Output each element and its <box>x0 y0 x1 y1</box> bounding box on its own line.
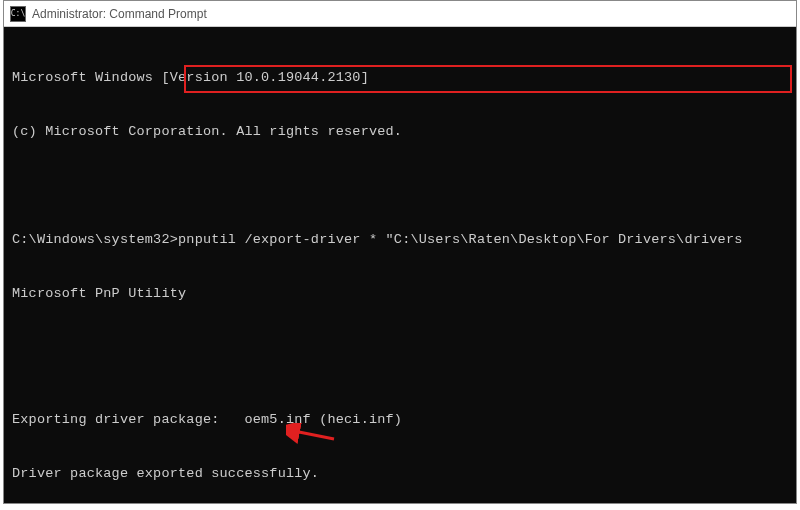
prompt-path: C:\Windows\system32> <box>12 232 178 247</box>
export-status: Driver package exported successfully. <box>12 465 788 483</box>
cmd-icon: C:\ <box>10 6 26 22</box>
terminal-area[interactable]: Microsoft Windows [Version 10.0.19044.21… <box>4 27 796 510</box>
export-line: Exporting driver package: oem5.inf (heci… <box>12 411 788 429</box>
command-text: pnputil /export-driver * "C:\Users\Raten… <box>178 232 743 247</box>
banner-line: Microsoft Windows [Version 10.0.19044.21… <box>12 69 788 87</box>
utility-name: Microsoft PnP Utility <box>12 285 788 303</box>
titlebar[interactable]: C:\ Administrator: Command Prompt <box>4 1 796 27</box>
blank-line <box>12 177 788 195</box>
blank-line <box>12 339 788 357</box>
command-prompt-window: C:\ Administrator: Command Prompt Micros… <box>3 0 797 504</box>
prompt-line: C:\Windows\system32>pnputil /export-driv… <box>12 231 788 249</box>
window-title: Administrator: Command Prompt <box>32 7 207 21</box>
banner-line: (c) Microsoft Corporation. All rights re… <box>12 123 788 141</box>
